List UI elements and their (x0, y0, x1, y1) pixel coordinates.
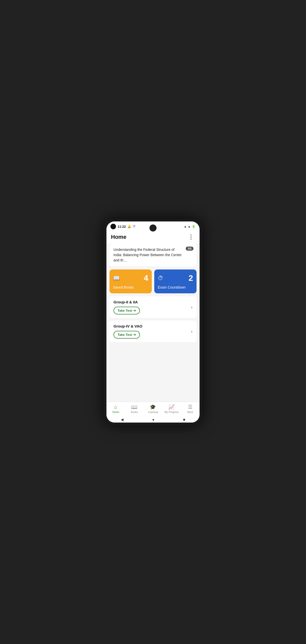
nav-item-books[interactable]: 📖 Books (127, 404, 141, 413)
more-dot-1 (190, 235, 192, 236)
app-header: Home (106, 231, 200, 244)
group-iv-vao-left: Group-IV & VAO Take Test ➜ (113, 324, 142, 339)
phone-screen: 11:22 🔔 ⏱ ▲ ▲ 🔋 Home Underst (106, 221, 200, 423)
learning-icon: 🎓 (150, 404, 156, 410)
group-ii-iia-card[interactable]: Group-II & IIA Take Test ➜ › (109, 296, 197, 318)
page-title: Home (111, 234, 126, 240)
take-test-group-iv-button[interactable]: Take Test ➜ (113, 331, 140, 339)
nav-books-label: Books (131, 411, 138, 413)
take-test-group-ii-button[interactable]: Take Test ➜ (113, 307, 140, 314)
recent-button[interactable]: ■ (183, 418, 185, 422)
saved-books-card[interactable]: 📖 4 Saved Books (109, 269, 152, 293)
group-iv-vao-card[interactable]: Group-IV & VAO Take Test ➜ › (109, 320, 197, 342)
exam-countdown-label: Exam Countdown (158, 285, 193, 289)
bottom-nav: ⌂ Home 📖 Books 🎓 Learning 📈 My Progress … (106, 402, 200, 416)
group-iv-vao-name: Group-IV & VAO (113, 324, 142, 328)
status-time: 11:22 (118, 225, 126, 228)
android-nav: ◀ ● ■ (106, 416, 200, 423)
nav-item-my-progress[interactable]: 📈 My Progress (165, 404, 179, 413)
status-circle-icon (110, 224, 116, 229)
books-icon: 📖 (131, 404, 137, 410)
wifi-icon: ▲ (184, 225, 187, 228)
book-icon: 📖 (113, 275, 120, 282)
more-dot-3 (190, 239, 192, 240)
nav-item-learning[interactable]: 🎓 Learning (146, 404, 160, 413)
take-test-group-iv-label: Take Test ➜ (118, 333, 136, 337)
take-test-group-ii-label: Take Test ➜ (118, 309, 136, 312)
group-ii-iia-name: Group-II & IIA (113, 300, 140, 304)
chevron-right-icon: › (191, 305, 193, 310)
stats-row: 📖 4 Saved Books ⏱ 2 Exam Countdown (109, 269, 197, 293)
exam-countdown-card[interactable]: ⏱ 2 Exam Countdown (154, 269, 197, 293)
nav-item-home[interactable]: ⌂ Home (109, 404, 123, 413)
saved-books-count: 4 (144, 273, 148, 283)
camera-notch (149, 224, 157, 232)
nav-item-more[interactable]: ☰ More (183, 404, 197, 413)
more-icon: ☰ (188, 404, 193, 410)
home-button[interactable]: ● (152, 418, 154, 422)
article-text: Understanding the Federal Structure of I… (113, 247, 193, 263)
my-progress-icon: 📈 (168, 404, 175, 410)
battery-icon: 🔋 (192, 225, 196, 228)
notification-icon: 🔔 (127, 225, 131, 228)
saved-books-card-top: 📖 4 (113, 273, 148, 283)
back-button[interactable]: ◀ (121, 418, 124, 422)
status-icons: ▲ ▲ 🔋 (184, 225, 196, 228)
signal-icon: ▲ (188, 225, 191, 228)
home-icon: ⌂ (114, 404, 117, 410)
article-card[interactable]: Understanding the Federal Structure of I… (109, 244, 197, 266)
more-dot-2 (190, 237, 192, 238)
phone-shell: 11:22 🔔 ⏱ ▲ ▲ 🔋 Home Underst (104, 219, 202, 425)
group-ii-iia-left: Group-II & IIA Take Test ➜ (113, 300, 140, 314)
nav-home-label: Home (112, 411, 119, 413)
clock-status-icon: ⏱ (133, 225, 136, 228)
nav-my-progress-label: My Progress (165, 411, 179, 413)
timer-icon: ⏱ (158, 275, 163, 282)
exam-countdown-count: 2 (188, 273, 193, 283)
nav-learning-label: Learning (148, 411, 158, 413)
nav-more-label: More (187, 411, 193, 413)
main-content: Understanding the Federal Structure of I… (106, 244, 200, 402)
more-menu-button[interactable] (187, 233, 195, 241)
status-left: 11:22 🔔 ⏱ (110, 224, 136, 229)
article-badge: 3/5 (186, 247, 194, 251)
saved-books-label: Saved Books (113, 285, 148, 289)
exam-countdown-card-top: ⏱ 2 (158, 273, 193, 283)
chevron-right-icon-2: › (191, 329, 193, 334)
